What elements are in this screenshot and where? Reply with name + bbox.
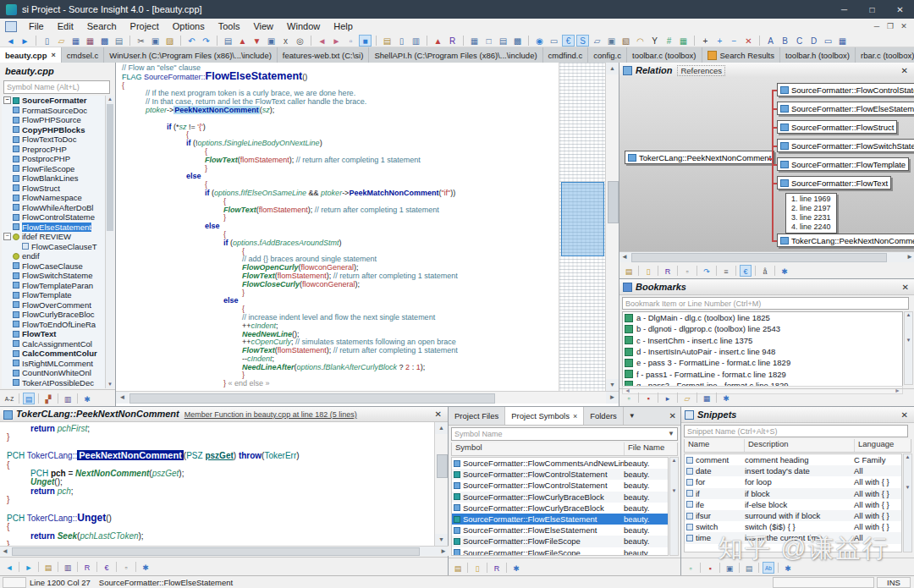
column-header-language[interactable]: Language [855, 439, 911, 452]
symbol-item[interactable]: FlowToEndOfLineRa [2, 320, 105, 330]
panel-settings-icon[interactable]: ✱ [81, 393, 93, 404]
table-row[interactable]: dateinsert today's dateAll [685, 465, 901, 476]
symbol-item[interactable]: PreprocPHP [2, 145, 105, 155]
close-tab-icon[interactable]: × [51, 51, 55, 59]
symbol-item[interactable]: FlowNamespace [2, 193, 105, 203]
image-view-icon[interactable]: ▣ [605, 35, 618, 47]
relation-node[interactable]: SourceFormatter::FlowElseStatement [777, 102, 914, 115]
add-watch-icon[interactable]: + [699, 35, 712, 47]
context-forward-icon[interactable]: ► [23, 561, 35, 573]
touch-file-icon[interactable]: ▧ [619, 35, 632, 47]
relation-window-icon[interactable]: € [562, 35, 575, 47]
snippet-search-input[interactable] [684, 425, 908, 437]
scroll-down-icon[interactable]: ▼ [606, 379, 619, 391]
print-icon[interactable]: ▤ [113, 35, 125, 47]
scroll-thumb[interactable] [437, 454, 448, 478]
mdi-restore-button[interactable]: ❐ [884, 22, 897, 30]
context-settings-icon[interactable]: ✱ [140, 561, 151, 573]
symbol-item[interactable]: FlowFileScope [2, 164, 105, 174]
tab-toolbar.c[interactable]: toolbar.c (toolbox) [627, 47, 702, 63]
play-macro-icon[interactable]: R [446, 35, 459, 47]
symbol-item[interactable]: CalcCommentColur [2, 349, 105, 359]
activate-clip-icon[interactable]: ■ [359, 35, 372, 47]
collapse-icon[interactable]: − [3, 96, 11, 104]
hierarchy-view-icon[interactable]: å [759, 265, 771, 277]
delete-bookmark-icon[interactable]: ▪ [642, 392, 654, 404]
scroll-thumb[interactable] [12, 547, 420, 556]
scroll-thumb[interactable] [608, 181, 619, 223]
menu-search[interactable]: Search [80, 19, 124, 33]
column-header-name[interactable]: Name [685, 439, 745, 452]
context-code[interactable]: return pchFirst;} PCH TokerCLang::PeekNe… [0, 422, 435, 546]
menu-options[interactable]: Options [166, 19, 212, 33]
tab-ShellAPI.h[interactable]: ShellAPI.h (C:\Program Files (x86)\...\i… [369, 47, 542, 63]
new-relation-icon[interactable]: ▱ [591, 35, 603, 47]
table-row[interactable]: SourceFormatter::FlowElseStatementbeauty… [452, 525, 668, 536]
mdi-minimize-button[interactable]: ─ [870, 22, 884, 30]
column-header-description[interactable]: Description [745, 439, 855, 452]
menu-tools[interactable]: Tools [212, 19, 247, 33]
tab-project-files[interactable]: Project Files [449, 407, 505, 425]
column-header-symbol[interactable]: Symbol [452, 442, 625, 455]
scroll-left-icon[interactable]: ◄ [0, 547, 10, 556]
chevron-down-icon[interactable]: ▼ [624, 407, 641, 425]
maximize-window-icon[interactable]: □ [482, 35, 495, 47]
clip-view-icon[interactable]: ▯ [471, 562, 483, 574]
menu-file[interactable]: File [22, 19, 51, 33]
refresh-relation-icon[interactable]: ↷ [701, 265, 713, 277]
scroll-thumb[interactable] [107, 104, 113, 231]
mdi-close-button[interactable]: ✕ [897, 22, 911, 30]
scroll-left-icon[interactable]: ◄ [116, 392, 129, 404]
symbol-item[interactable]: FlowTemplateParan [2, 281, 105, 291]
symbol-item[interactable]: endif [2, 251, 105, 261]
bookmark-item[interactable]: a - DlgMain - dlg.c (toolbox) line 1825 [623, 312, 902, 323]
close-icon[interactable]: ✕ [899, 66, 911, 75]
open-file-icon[interactable]: ▱ [55, 35, 68, 47]
scroll-up-icon[interactable]: ▲ [435, 422, 448, 434]
scroll-thumb[interactable] [631, 253, 887, 262]
favorite-d-icon[interactable]: D [807, 35, 820, 47]
menu-view[interactable]: View [246, 19, 280, 33]
lookup-references-icon[interactable]: ▤ [222, 35, 234, 47]
book-view-icon[interactable]: ▥ [62, 561, 74, 573]
symbol-item[interactable]: FlowElseStatement [2, 223, 105, 233]
save-bookmark-file-icon[interactable]: ▦ [701, 392, 713, 404]
close-tab-icon[interactable]: × [573, 412, 577, 420]
cascade-windows-icon[interactable]: ▩ [511, 35, 524, 47]
symbol-item[interactable]: FlowTemplate [2, 290, 105, 300]
relation-node[interactable]: SourceFormatter::FlowText [777, 176, 891, 190]
context-horizontal-scrollbar[interactable]: ◄ ► [0, 546, 449, 556]
context-vertical-scrollbar[interactable]: ▲ ▼ [434, 422, 448, 546]
favorite-f-icon[interactable]: ▦ [836, 35, 849, 47]
symbol-item[interactable]: FlowCaseClauseT [2, 242, 105, 252]
bookmark-item[interactable]: c - InsertChm - insert.c line 1375 [623, 335, 902, 346]
table-row[interactable]: SourceFormatter::FlowControlStatementbea… [452, 480, 668, 491]
editor-horizontal-scrollbar[interactable]: ◄ ► [116, 391, 619, 404]
bookmark-item[interactable]: d - InsertIsInAutoPair - insert.c line 9… [623, 346, 902, 357]
relation-node[interactable]: TokerCLang::PeekNextNonComment [777, 234, 914, 247]
scroll-down-icon[interactable]: ▼ [106, 381, 114, 388]
symbol-item[interactable]: CopyPHPBlocks [2, 125, 105, 135]
clip-view-icon[interactable]: ▯ [642, 265, 654, 277]
close-icon[interactable]: ✕ [665, 407, 680, 425]
table-row[interactable]: ifeif-else blockAll with { } [685, 499, 901, 510]
mdi-document-icon[interactable] [5, 21, 17, 32]
tab-WinUser.h[interactable]: WinUser.h (C:\Program Files (x86)\...\in… [104, 47, 278, 63]
project-vertical-scrollbar[interactable]: ▲▼ [669, 457, 679, 556]
table-row[interactable]: SourceFormatter::FlowCurlyBraceBlockbeau… [452, 492, 668, 503]
relation-mode-label[interactable]: References [677, 65, 725, 76]
reference-line-item[interactable]: 3. line 2231 [791, 213, 831, 223]
new-file-icon[interactable]: ▯ [41, 35, 53, 47]
save-all-icon[interactable]: ▩ [98, 35, 111, 47]
bookmark-settings-icon[interactable]: ✱ [720, 392, 732, 404]
close-button[interactable]: ✕ [886, 0, 914, 19]
tab-toolbar.h[interactable]: toolbar.h (toolbox) [780, 47, 856, 63]
scroll-right-icon[interactable]: ► [438, 547, 449, 556]
indent-plus-icon[interactable]: + [713, 35, 726, 47]
relation-node[interactable]: SourceFormatter::FlowSwitchStatement [777, 139, 914, 152]
favorite-c-icon[interactable]: C [793, 35, 806, 47]
table-row[interactable]: SourceFormatter::FlowFileScopebeauty. [452, 547, 668, 557]
table-row[interactable]: commentcomment headingC Family [685, 454, 901, 465]
menu-window[interactable]: Window [280, 19, 327, 33]
paste-icon[interactable]: ▨ [163, 35, 176, 47]
